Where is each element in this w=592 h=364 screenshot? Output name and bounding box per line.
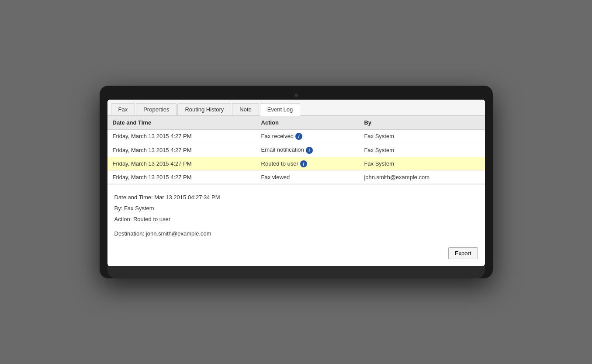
cell-action: Routed to useri [256,157,359,171]
detail-datetime: Date and Time: Mar 13 2015 04:27:34 PM [114,193,478,202]
cell-date: Friday, March 13 2015 4:27 PM [107,171,256,184]
cell-by: john.smith@example.com [359,171,485,184]
detail-destination-label: Destination: [114,230,145,237]
detail-datetime-value: Mar 13 2015 04:27:34 PM [154,194,220,201]
export-button[interactable]: Export [448,247,478,259]
info-icon[interactable]: i [295,133,302,140]
cell-date: Friday, March 13 2015 4:27 PM [107,129,256,143]
cell-by: Fax System [359,143,485,157]
detail-destination: Destination: john.smith@example.com [114,229,478,239]
tab-bar: Fax Properties Routing History Note Even… [107,100,485,116]
detail-panel: Date and Time: Mar 13 2015 04:27:34 PM B… [107,184,485,266]
col-header-date-time: Date and Time [107,116,256,130]
detail-by-value-text: Fax System [124,205,154,211]
detail-action: Action: Routed to user [114,215,478,224]
cell-action: Fax viewed [256,171,359,184]
cell-action: Fax receivedi [256,129,359,143]
cell-by: Fax System [359,157,485,171]
col-header-action: Action [256,116,359,130]
table-row[interactable]: Friday, March 13 2015 4:27 PMFax receive… [107,129,485,143]
detail-destination-value-text: john.smith@example.com [146,230,211,237]
table-row[interactable]: Friday, March 13 2015 4:27 PMFax viewedj… [107,171,485,184]
event-log-table: Date and Time Action By Friday, March 13… [107,116,485,184]
tab-properties[interactable]: Properties [136,103,177,115]
detail-by-label: By: [114,205,123,211]
detail-datetime-label: Date and Time: [114,194,153,201]
cell-action: Email notificationi [256,143,359,157]
col-header-by: By [359,116,485,130]
cell-date: Friday, March 13 2015 4:27 PM [107,157,256,171]
detail-action-value-text: Routed to user [133,216,170,222]
info-icon[interactable]: i [306,147,313,154]
tab-fax[interactable]: Fax [111,103,135,115]
cell-date: Friday, March 13 2015 4:27 PM [107,143,256,157]
table-row[interactable]: Friday, March 13 2015 4:27 PMRouted to u… [107,157,485,171]
laptop-base [107,266,485,278]
cell-by: Fax System [359,129,485,143]
tab-routing-history[interactable]: Routing History [177,103,231,115]
info-icon[interactable]: i [300,160,307,167]
tab-note[interactable]: Note [232,103,259,115]
table-row[interactable]: Friday, March 13 2015 4:27 PMEmail notif… [107,143,485,157]
detail-by: By: Fax System [114,204,478,213]
detail-action-label: Action: [114,216,132,222]
tab-event-log[interactable]: Event Log [260,103,301,116]
camera [294,94,298,97]
event-log-table-container: Date and Time Action By Friday, March 13… [107,116,485,184]
